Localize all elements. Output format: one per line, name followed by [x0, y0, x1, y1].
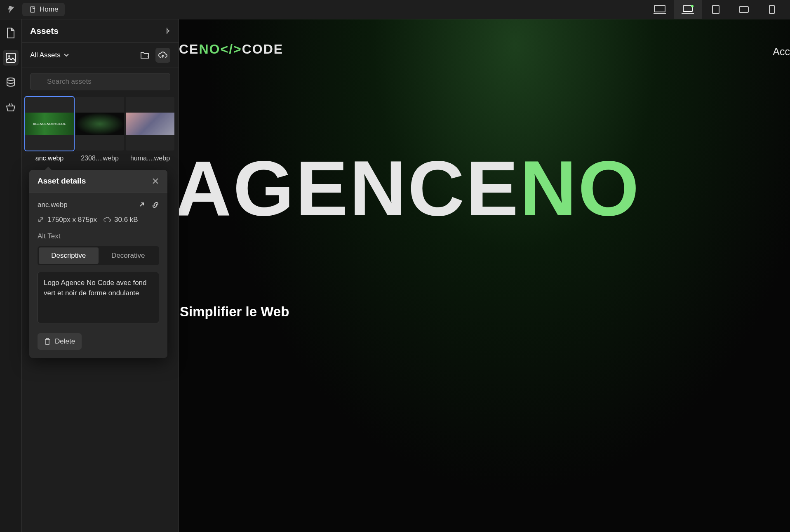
modified-indicator-icon [691, 5, 694, 7]
segment-decorative[interactable]: Decorative [99, 247, 158, 264]
rail-cms-button[interactable] [3, 75, 19, 90]
canvas[interactable]: CE NO </> CODE Acc AGENCE NO Simplifier … [179, 19, 790, 532]
canvas-tagline: Simplifier le Web [180, 304, 289, 320]
cloud-upload-icon [158, 52, 167, 59]
asset-thumbnail [126, 97, 174, 151]
close-icon [152, 177, 159, 185]
assets-filter-dropdown[interactable]: All Assets [30, 51, 69, 59]
svg-rect-1 [654, 5, 665, 12]
desktop-icon [654, 5, 666, 14]
rail-ecommerce-button[interactable] [3, 99, 19, 115]
asset-label: anc.webp [35, 151, 64, 166]
page-icon [29, 6, 36, 13]
search-input[interactable] [30, 73, 170, 90]
chevron-down-icon [64, 54, 69, 57]
svg-rect-5 [712, 5, 719, 14]
home-label: Home [40, 5, 58, 14]
trash-icon [44, 338, 51, 345]
svg-point-9 [8, 55, 10, 57]
canvas-small-logo: CE NO </> CODE [179, 42, 283, 57]
panel-actions [137, 48, 170, 63]
alt-type-segmented: Descriptive Decorative [38, 246, 159, 265]
alt-text-label: Alt Text [38, 232, 159, 240]
panel-header: Assets [22, 19, 179, 43]
details-filename: anc.webp [38, 201, 68, 209]
phone-landscape-icon [738, 6, 749, 13]
asset-label: huma....webp [130, 151, 170, 166]
dimensions-value: 1750px x 875px [47, 216, 97, 224]
segment-descriptive[interactable]: Descriptive [39, 247, 99, 264]
filter-label: All Assets [30, 51, 61, 59]
asset-thumbnail [75, 97, 124, 151]
details-actions [139, 201, 159, 209]
panel-filter-bar: All Assets [22, 43, 179, 68]
pin-panel-button[interactable] [164, 27, 170, 35]
basket-icon [5, 102, 16, 112]
image-icon [5, 52, 16, 63]
delete-label: Delete [55, 337, 75, 346]
filesize-value: 30.6 kB [114, 216, 138, 224]
folder-plus-icon [140, 52, 149, 59]
asset-label: 2308....webp [81, 151, 119, 166]
rail-assets-button[interactable] [3, 50, 19, 66]
svg-point-10 [7, 78, 14, 80]
home-button[interactable]: Home [22, 3, 65, 16]
left-rail [0, 19, 22, 532]
details-header: Asset details [29, 170, 167, 193]
alt-text-input[interactable] [38, 272, 159, 323]
device-phone-button[interactable] [758, 0, 786, 19]
dimensions-icon [38, 217, 44, 223]
pin-icon [164, 27, 170, 35]
delete-button[interactable]: Delete [38, 333, 82, 350]
svg-rect-8 [6, 53, 15, 62]
copy-link-button[interactable] [152, 201, 159, 209]
filesize-icon [103, 217, 111, 223]
device-large-button[interactable] [674, 0, 702, 19]
device-desktop-button[interactable] [646, 0, 674, 19]
search-row [22, 68, 179, 95]
asset-grid: AGENCENO</>CODE anc.webp 2308....webp hu… [22, 95, 179, 168]
close-button[interactable] [152, 177, 159, 185]
asset-item[interactable]: AGENCENO</>CODE anc.webp [25, 97, 74, 166]
asset-thumbnail: AGENCENO</>CODE [25, 97, 74, 151]
canvas-nav-item: Acc [773, 46, 790, 58]
svg-rect-7 [769, 5, 774, 14]
asset-item[interactable]: huma....webp [126, 97, 174, 166]
details-meta: 1750px x 875px 30.6 kB [38, 216, 159, 224]
details-body: anc.webp 1750px x 875px 30.6 kB Alt Text [29, 193, 167, 358]
svg-rect-6 [739, 7, 748, 12]
panel-title: Assets [30, 26, 59, 36]
database-icon [6, 77, 16, 88]
device-tablet-button[interactable] [702, 0, 730, 19]
asset-item[interactable]: 2308....webp [75, 97, 124, 166]
page-icon [6, 27, 16, 39]
device-landscape-button[interactable] [730, 0, 758, 19]
new-folder-button[interactable] [137, 48, 152, 63]
external-link-icon [139, 201, 145, 208]
asset-details-popover: Asset details anc.webp 1750px x 875px [29, 170, 167, 358]
webflow-logo[interactable] [4, 3, 17, 16]
rail-pages-button[interactable] [3, 25, 19, 41]
top-bar: Home [0, 0, 790, 19]
details-title: Asset details [38, 177, 86, 186]
canvas-hero-logo: AGENCE NO [179, 143, 641, 233]
open-asset-button[interactable] [139, 201, 145, 209]
phone-icon [769, 5, 775, 14]
device-switcher [646, 0, 786, 19]
link-icon [152, 201, 159, 209]
upload-button[interactable] [155, 48, 170, 63]
tablet-icon [712, 5, 720, 14]
